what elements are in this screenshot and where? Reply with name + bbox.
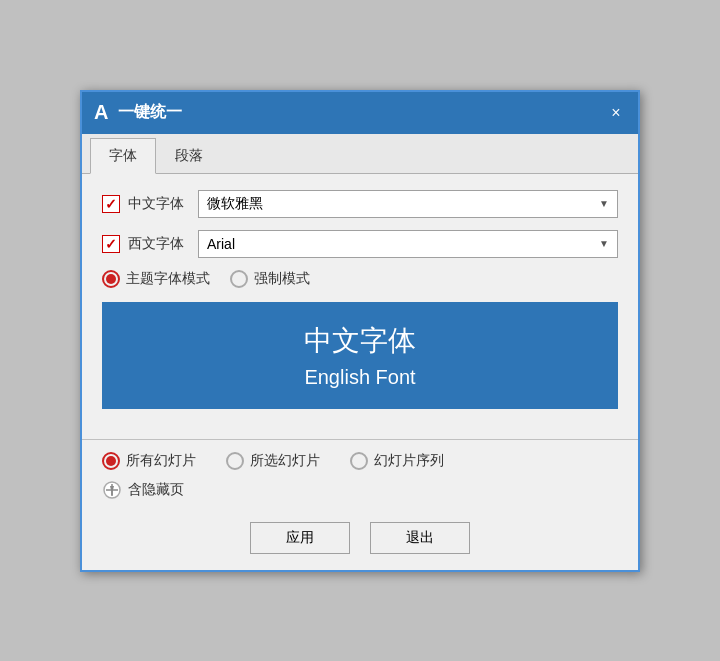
scope-section: 所有幻灯片 所选幻灯片 幻灯片序列 <box>82 439 638 510</box>
selected-slides-radio-circle <box>226 452 244 470</box>
theme-mode-label: 主题字体模式 <box>126 270 210 288</box>
preview-chinese-text: 中文字体 <box>304 322 416 360</box>
main-dialog: A 一键统一 × 字体 段落 ✓ 中文字体 微软雅黑 ▼ ✓ 西文字体 <box>80 90 640 572</box>
checkmark-icon-2: ✓ <box>105 236 117 252</box>
chinese-font-select[interactable]: 微软雅黑 ▼ <box>198 190 618 218</box>
western-font-arrow-icon: ▼ <box>599 238 609 249</box>
dialog-icon: A <box>94 101 108 124</box>
pin-icon <box>102 480 122 500</box>
tab-paragraph[interactable]: 段落 <box>156 138 222 173</box>
exit-button[interactable]: 退出 <box>370 522 470 554</box>
preview-english-text: English Font <box>304 366 415 389</box>
western-font-label: 西文字体 <box>128 235 188 253</box>
tab-bar: 字体 段落 <box>82 134 638 174</box>
western-font-row: ✓ 西文字体 Arial ▼ <box>102 230 618 258</box>
western-font-checkbox[interactable]: ✓ <box>102 235 120 253</box>
close-button[interactable]: × <box>606 103 626 123</box>
chinese-font-row: ✓ 中文字体 微软雅黑 ▼ <box>102 190 618 218</box>
chinese-font-arrow-icon: ▼ <box>599 198 609 209</box>
font-tab-content: ✓ 中文字体 微软雅黑 ▼ ✓ 西文字体 Arial ▼ <box>82 174 638 439</box>
button-bar: 应用 退出 <box>82 510 638 570</box>
scope-row: 所有幻灯片 所选幻灯片 幻灯片序列 <box>102 452 618 470</box>
include-hidden-row[interactable]: 含隐藏页 <box>102 480 618 500</box>
theme-mode-radio-circle <box>102 270 120 288</box>
font-preview: 中文字体 English Font <box>102 302 618 409</box>
all-slides-radio[interactable]: 所有幻灯片 <box>102 452 196 470</box>
all-slides-radio-circle <box>102 452 120 470</box>
force-mode-radio-circle <box>230 270 248 288</box>
all-slides-radio-dot <box>106 456 116 466</box>
chinese-font-checkbox[interactable]: ✓ <box>102 195 120 213</box>
theme-mode-radio-dot <box>106 274 116 284</box>
force-mode-radio[interactable]: 强制模式 <box>230 270 310 288</box>
selected-slides-label: 所选幻灯片 <box>250 452 320 470</box>
title-bar: A 一键统一 × <box>82 92 638 134</box>
slide-sequence-label: 幻灯片序列 <box>374 452 444 470</box>
include-hidden-label: 含隐藏页 <box>128 481 184 499</box>
mode-row: 主题字体模式 强制模式 <box>102 270 618 288</box>
western-font-select[interactable]: Arial ▼ <box>198 230 618 258</box>
selected-slides-radio[interactable]: 所选幻灯片 <box>226 452 320 470</box>
theme-mode-radio[interactable]: 主题字体模式 <box>102 270 210 288</box>
checkmark-icon: ✓ <box>105 196 117 212</box>
all-slides-label: 所有幻灯片 <box>126 452 196 470</box>
chinese-font-value: 微软雅黑 <box>207 195 263 213</box>
force-mode-label: 强制模式 <box>254 270 310 288</box>
slide-sequence-radio[interactable]: 幻灯片序列 <box>350 452 444 470</box>
slide-sequence-radio-circle <box>350 452 368 470</box>
apply-button[interactable]: 应用 <box>250 522 350 554</box>
dialog-title: 一键统一 <box>118 102 606 123</box>
chinese-font-label: 中文字体 <box>128 195 188 213</box>
tab-font[interactable]: 字体 <box>90 138 156 174</box>
western-font-value: Arial <box>207 236 235 252</box>
